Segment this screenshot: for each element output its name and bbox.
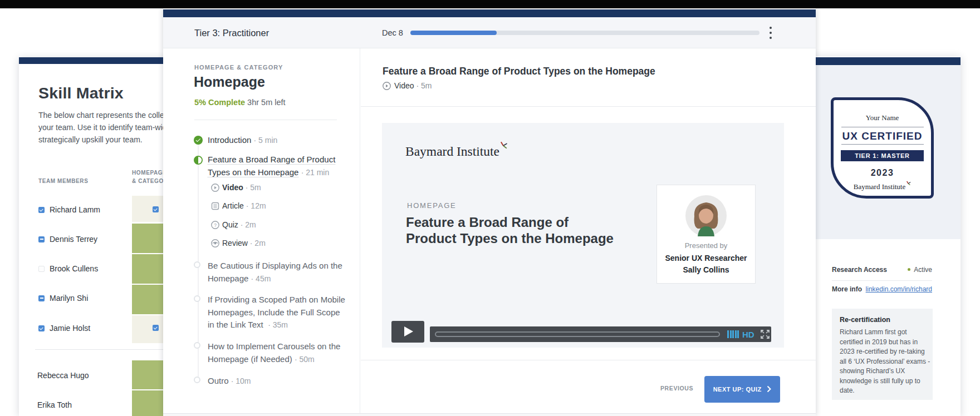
- svg-text:?: ?: [214, 222, 217, 228]
